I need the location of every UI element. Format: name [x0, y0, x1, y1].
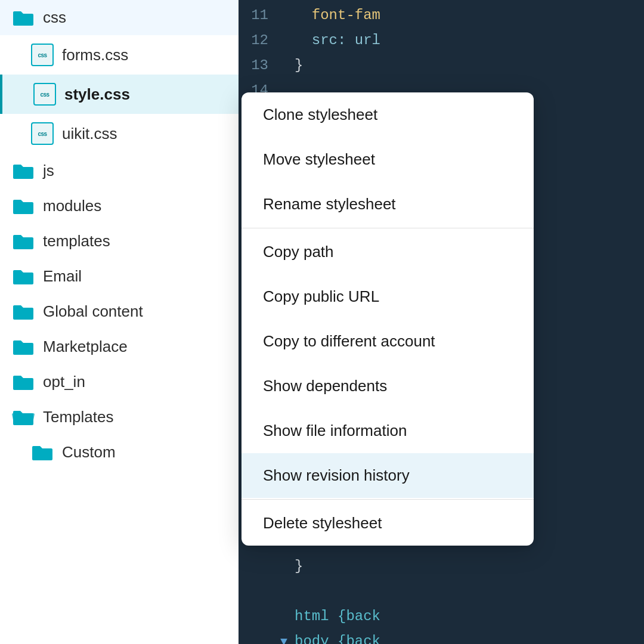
tree-item-label: css — [43, 8, 66, 27]
line-content: body {back — [295, 633, 380, 644]
code-line: ▼body {back — [239, 632, 644, 644]
tree-item-templates-folder[interactable]: templates — [0, 224, 239, 259]
code-line: 12 src: url — [239, 31, 644, 56]
menu-item-copy-url[interactable]: Copy public URL — [242, 274, 534, 319]
tree-item-label: Templates — [43, 408, 114, 426]
line-content: } — [295, 558, 303, 574]
menu-item-show-revision[interactable]: Show revision history — [242, 453, 534, 498]
folder-icon — [12, 197, 35, 215]
tree-item-label: style.css — [64, 85, 130, 104]
menu-divider — [242, 499, 534, 500]
css-file-icon: css — [33, 83, 56, 106]
menu-item-rename[interactable]: Rename stylesheet — [242, 182, 534, 227]
folder-icon — [12, 373, 35, 391]
line-content: src: url — [295, 32, 380, 48]
file-tree: csscssforms.csscssstyle.csscssuikit.css … — [0, 0, 239, 644]
line-arrow: ▼ — [280, 635, 293, 644]
tree-item-label: uikit.css — [62, 125, 117, 143]
tree-item-opt-in-folder[interactable]: opt_in — [0, 364, 239, 400]
tree-item-css-folder[interactable]: css — [0, 0, 239, 35]
folder-icon — [12, 233, 35, 250]
tree-item-global-content-folder[interactable]: Global content — [0, 294, 239, 329]
tree-item-label: templates — [43, 232, 110, 250]
line-content: font-fam — [295, 7, 380, 23]
folder-icon — [31, 444, 54, 462]
menu-item-show-dependents[interactable]: Show dependents — [242, 364, 534, 408]
line-content: } — [295, 57, 303, 73]
folder-icon — [12, 303, 35, 321]
menu-item-clone[interactable]: Clone stylesheet — [242, 92, 534, 137]
css-file-icon: css — [31, 122, 54, 145]
code-line: } — [239, 557, 644, 582]
line-content: html {back — [295, 608, 380, 624]
menu-item-move[interactable]: Move stylesheet — [242, 137, 534, 182]
tree-item-modules-folder[interactable]: modules — [0, 188, 239, 224]
tree-item-marketplace-folder[interactable]: Marketplace — [0, 329, 239, 364]
tree-item-label: Global content — [43, 302, 143, 321]
tree-item-forms-css[interactable]: cssforms.css — [0, 35, 239, 75]
tree-item-label: modules — [43, 197, 101, 215]
menu-item-copy-path[interactable]: Copy path — [242, 230, 534, 274]
code-line: 13} — [239, 56, 644, 81]
css-file-icon: css — [31, 44, 54, 66]
tree-item-js-folder[interactable]: js — [0, 153, 239, 188]
tree-item-label: js — [43, 162, 54, 180]
folder-icon — [12, 162, 35, 180]
menu-item-show-file-info[interactable]: Show file information — [242, 408, 534, 453]
folder-icon — [12, 9, 35, 27]
menu-divider — [242, 228, 534, 228]
context-menu: Clone stylesheetMove stylesheetRename st… — [242, 92, 534, 546]
folder-icon — [12, 268, 35, 286]
menu-item-delete[interactable]: Delete stylesheet — [242, 501, 534, 546]
code-line: 11 font-fam — [239, 6, 644, 31]
line-number: 13 — [239, 57, 280, 73]
code-line: html {back — [239, 607, 644, 632]
tree-item-templates-top-folder[interactable]: Templates — [0, 400, 239, 435]
folder-icon — [12, 338, 35, 356]
folder-open-icon — [12, 408, 35, 426]
tree-item-style-css[interactable]: cssstyle.css — [0, 75, 239, 114]
tree-item-email-folder[interactable]: Email — [0, 259, 239, 294]
tree-item-label: forms.css — [62, 46, 128, 64]
tree-item-label: Custom — [62, 443, 116, 462]
tree-item-label: Marketplace — [43, 338, 128, 356]
tree-item-label: Email — [43, 267, 82, 286]
tree-item-label: opt_in — [43, 373, 85, 391]
tree-item-uikit-css[interactable]: cssuikit.css — [0, 114, 239, 153]
line-number: 12 — [239, 32, 280, 48]
line-number: 11 — [239, 7, 280, 23]
code-line — [239, 582, 644, 607]
tree-item-custom-folder[interactable]: Custom — [0, 435, 239, 470]
menu-item-copy-account[interactable]: Copy to different account — [242, 319, 534, 364]
